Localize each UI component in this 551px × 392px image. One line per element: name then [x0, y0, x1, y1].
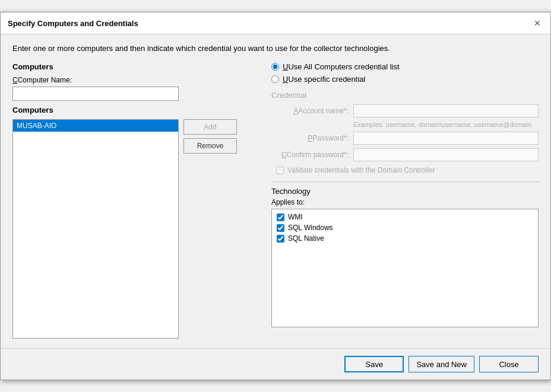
- technology-section: Technology Applies to: WMI SQL Windows: [271, 181, 539, 327]
- computers-list-label: Computers: [12, 106, 262, 114]
- dialog-window: Specify Computers and Credentials ✕ Ente…: [0, 12, 551, 380]
- close-button[interactable]: Close: [479, 356, 539, 372]
- credential-section: Credential AAccount name*: Examples: use…: [271, 91, 539, 174]
- computer-name-input[interactable]: [12, 87, 179, 101]
- add-button[interactable]: Add: [183, 119, 237, 135]
- computer-input-row: [12, 87, 262, 101]
- description-text: Enter one or more computers and then ind…: [12, 44, 539, 53]
- password-input[interactable]: [353, 132, 539, 145]
- account-name-field: AAccount name*:: [271, 104, 539, 117]
- technology-list: WMI SQL Windows SQL Native: [271, 209, 539, 327]
- computers-section-label: Computers: [12, 62, 262, 71]
- radio-specific-label: UUse specific credential: [283, 75, 365, 84]
- radio-all-computers[interactable]: UUse All Computers credential list: [271, 62, 539, 71]
- validate-label: Validate credentials with the Domain Con…: [287, 166, 435, 174]
- sql-windows-checkbox[interactable]: [277, 224, 284, 232]
- dialog-body: Enter one or more computers and then ind…: [1, 34, 550, 348]
- confirm-password-field: CConfirm password*:: [271, 148, 539, 161]
- right-panel: UUse All Computers credential list UUse …: [271, 62, 539, 339]
- left-panel: Computers CComputer Name: Computers MUSA…: [12, 62, 262, 339]
- radio-all-input[interactable]: [271, 63, 279, 71]
- sql-native-checkbox[interactable]: [277, 235, 284, 243]
- examples-text: Examples: username, domain\username, use…: [353, 121, 539, 128]
- main-content: Computers CComputer Name: Computers MUSA…: [12, 62, 539, 339]
- confirm-password-input[interactable]: [353, 148, 539, 161]
- account-name-label: AAccount name*:: [271, 107, 349, 115]
- credential-title: Credential: [271, 91, 539, 100]
- save-and-new-button[interactable]: Save and New: [408, 356, 474, 372]
- list-buttons: Add Remove: [183, 119, 237, 154]
- dialog-title: Specify Computers and Credentials: [8, 19, 138, 28]
- sql-windows-label: SQL Windows: [288, 224, 333, 232]
- save-button[interactable]: Save: [344, 356, 404, 372]
- title-bar: Specify Computers and Credentials ✕: [1, 12, 550, 34]
- computers-list[interactable]: MUSAB-AIO: [12, 119, 179, 339]
- technology-title: Technology: [271, 187, 539, 196]
- radio-specific-input[interactable]: [271, 75, 279, 83]
- radio-all-label: UUse All Computers credential list: [283, 62, 400, 71]
- tech-item-sql-native: SQL Native: [274, 233, 536, 244]
- validate-row: Validate credentials with the Domain Con…: [276, 166, 539, 174]
- computer-list-row: MUSAB-AIO Add Remove: [12, 119, 262, 339]
- computer-name-label: CComputer Name:: [12, 76, 262, 84]
- sql-native-label: SQL Native: [288, 234, 324, 243]
- wmi-checkbox[interactable]: [277, 213, 284, 221]
- account-name-input[interactable]: [353, 104, 539, 117]
- list-item[interactable]: MUSAB-AIO: [13, 120, 178, 132]
- remove-button[interactable]: Remove: [183, 138, 237, 154]
- password-label: PPassword*:: [271, 134, 349, 142]
- dialog-footer: Save Save and New Close: [1, 348, 550, 380]
- password-field: PPassword*:: [271, 132, 539, 145]
- tech-item-sql-windows: SQL Windows: [274, 222, 536, 233]
- radio-group: UUse All Computers credential list UUse …: [271, 62, 539, 84]
- validate-checkbox[interactable]: [276, 167, 284, 174]
- radio-specific-credential[interactable]: UUse specific credential: [271, 75, 539, 84]
- tech-item-wmi: WMI: [274, 212, 536, 222]
- applies-to-label: Applies to:: [271, 198, 539, 206]
- confirm-password-label: CConfirm password*:: [271, 151, 349, 159]
- wmi-label: WMI: [288, 213, 303, 221]
- close-icon-button[interactable]: ✕: [531, 17, 543, 29]
